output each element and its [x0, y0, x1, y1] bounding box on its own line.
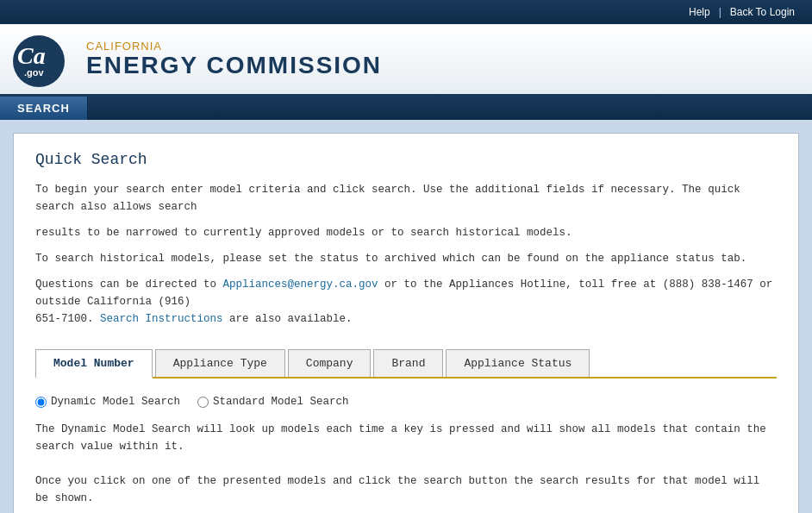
divider: |: [719, 6, 721, 18]
email-link[interactable]: Appliances@energy.ca.gov: [223, 278, 378, 291]
standard-search-label: Standard Model Search: [213, 396, 349, 408]
tabs-container: Model Number Appliance Type Company Bran…: [35, 349, 777, 378]
search-instructions-link[interactable]: Search Instructions: [100, 313, 223, 325]
intro-text-3: To search historical models, please set …: [35, 250, 777, 267]
tab-appliance-type[interactable]: Appliance Type: [155, 349, 285, 377]
ca-gov-logo: Ca .gov: [9, 31, 78, 87]
dynamic-search-label: Dynamic Model Search: [51, 396, 180, 408]
tab-model-number[interactable]: Model Number: [35, 349, 153, 378]
tab-brand[interactable]: Brand: [373, 349, 443, 377]
tabs-row: Model Number Appliance Type Company Bran…: [35, 349, 777, 377]
dynamic-search-radio-label[interactable]: Dynamic Model Search: [35, 396, 180, 408]
header: Ca .gov CALIFORNIA ENERGY COMMISSION: [0, 24, 812, 97]
intro-4a: Questions can be directed to: [35, 278, 216, 291]
intro-4d: are also available.: [229, 313, 353, 325]
intro-text-4: Questions can be directed to Appliances@…: [35, 276, 777, 328]
intro-text-2: results to be narrowed to currently appr…: [35, 224, 777, 241]
california-label: CALIFORNIA: [86, 40, 382, 53]
tab-appliance-status[interactable]: Appliance Status: [446, 349, 590, 377]
nav-bar: SEARCH: [0, 97, 812, 120]
svg-text:Ca: Ca: [17, 42, 46, 69]
standard-search-radio-label[interactable]: Standard Model Search: [197, 396, 349, 408]
page-title: Quick Search: [35, 151, 777, 168]
agency-title: CALIFORNIA ENERGY COMMISSION: [86, 40, 382, 79]
intro-text-1: To begin your search enter model criteri…: [35, 181, 777, 216]
intro-4c: 651-7100.: [35, 313, 94, 325]
search-section: Dynamic Model Search Standard Model Sear…: [35, 378, 777, 513]
search-description-1: The Dynamic Model Search will look up mo…: [35, 421, 777, 455]
svg-text:.gov: .gov: [24, 67, 44, 78]
back-to-login-link[interactable]: Back To Login: [730, 6, 795, 18]
help-link[interactable]: Help: [689, 6, 710, 18]
standard-search-radio[interactable]: [197, 397, 209, 408]
search-nav-tab[interactable]: SEARCH: [0, 97, 88, 120]
radio-group: Dynamic Model Search Standard Model Sear…: [35, 396, 777, 408]
logo-area: Ca .gov CALIFORNIA ENERGY COMMISSION: [9, 31, 382, 94]
search-description-2: Once you click on one of the presented m…: [35, 472, 777, 507]
dynamic-search-radio[interactable]: [35, 397, 47, 408]
energy-commission-label: ENERGY COMMISSION: [86, 53, 382, 79]
main-content: Quick Search To begin your search enter …: [13, 133, 799, 513]
top-bar: Help | Back To Login: [0, 0, 812, 24]
tab-company[interactable]: Company: [288, 349, 372, 377]
